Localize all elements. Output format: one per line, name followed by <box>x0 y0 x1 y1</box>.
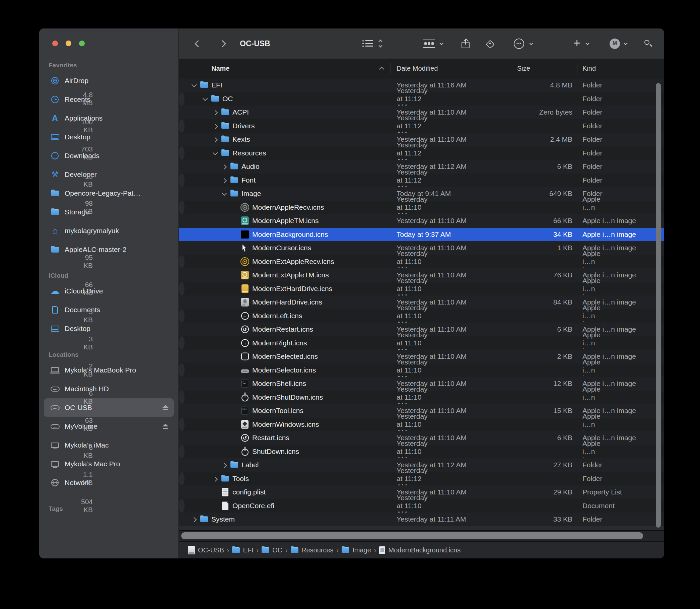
vertical-scrollbar-thumb[interactable] <box>656 83 661 527</box>
file-row-system[interactable]: SystemYesterday at 11:11 AM33 KBFolder <box>179 512 664 526</box>
sidebar-item-desktop[interactable]: Desktop <box>44 319 174 338</box>
column-header-size[interactable]: Size <box>517 59 530 78</box>
disclosure-expanded-icon[interactable] <box>192 81 196 89</box>
horizontal-scrollbar[interactable] <box>179 530 664 541</box>
more-actions-button[interactable] <box>514 29 524 58</box>
file-row-modernapplerecv-icns[interactable]: ModernAppleRecv.icnsYesterday at 11:10 A… <box>179 201 185 214</box>
file-icon-box <box>229 191 239 197</box>
file-row-modernright-icns[interactable]: ModernRight.icnsYesterday at 11:10 AM3 K… <box>179 336 185 350</box>
sidebar-item-network[interactable]: Network <box>44 473 174 492</box>
sort-ascending-icon <box>380 59 384 78</box>
file-row-modernselector-icns[interactable]: ModernSelector.icnsYesterday at 11:10 AM… <box>179 363 185 377</box>
disclosure-expanded-icon[interactable] <box>203 95 207 103</box>
breadcrumb-item-resources[interactable]: Resources <box>291 546 334 554</box>
column-headers: NameDate ModifiedSizeKind <box>179 59 664 79</box>
sidebar-item-myvolume[interactable]: MyVolume <box>44 417 174 436</box>
sidebar-item-opencore-legacy-pat[interactable]: Opencore-Legacy-Pat… <box>44 184 174 203</box>
file-row-modernshutdown-icns[interactable]: ModernShutDown.icnsYesterday at 11:10 AM… <box>179 390 185 404</box>
sidebar-item-recents[interactable]: Recents <box>44 90 174 109</box>
column-header-date-modified[interactable]: Date Modified <box>397 59 438 78</box>
share-button[interactable] <box>461 29 470 58</box>
sidebar-item-oc-usb[interactable]: OC-USB <box>44 398 174 417</box>
file-row-font[interactable]: FontYesterday at 11:12 AM15 KBFolder <box>179 174 185 187</box>
file-name: ModernRestart.icns <box>252 325 313 333</box>
horizontal-scrollbar-thumb[interactable] <box>181 532 643 539</box>
sidebar-section-gap <box>39 492 178 503</box>
file-row-resources[interactable]: ResourcesYesterday at 11:12 AM703 KBFold… <box>179 146 185 160</box>
column-header-name[interactable]: Name <box>211 59 229 78</box>
more-actions-chevron[interactable] <box>529 29 533 58</box>
sidebar-item-desktop[interactable]: Desktop <box>44 128 174 146</box>
breadcrumb-item-efi[interactable]: EFI <box>232 546 253 554</box>
file-row-modernbackground-icns[interactable]: ModernBackground.icnsToday at 9:37 AM34 … <box>179 228 664 242</box>
back-button[interactable] <box>196 29 200 58</box>
column-header-kind[interactable]: Kind <box>582 59 596 78</box>
account-chevron[interactable] <box>624 29 628 58</box>
group-by-button[interactable] <box>423 29 435 58</box>
sidebar-item-mykola-s-macbook-pro[interactable]: Mykola’s MacBook Pro <box>44 361 174 380</box>
file-row-modernleft-icns[interactable]: ModernLeft.icnsYesterday at 11:10 AM3 KB… <box>179 309 185 323</box>
file-row-shutdown-icns[interactable]: ShutDown.icnsYesterday at 11:10 AM6 KBAp… <box>179 445 185 458</box>
disclosure-collapsed-icon[interactable] <box>222 461 226 469</box>
disclosure-collapsed-icon[interactable] <box>213 475 217 483</box>
file-icon-box <box>240 447 250 456</box>
eject-button[interactable] <box>162 404 169 412</box>
minimize-button[interactable] <box>66 40 71 46</box>
file-kind: Apple i…n image <box>582 217 636 225</box>
disclosure-collapsed-icon[interactable] <box>192 515 196 523</box>
disclosure-collapsed-icon[interactable] <box>213 122 217 130</box>
breadcrumb-item-modernbackground-icns[interactable]: ModernBackground.icns <box>379 546 460 554</box>
sidebar-item-macintosh-hd[interactable]: Macintosh HD <box>44 380 174 398</box>
view-mode-chevrons[interactable] <box>378 29 383 58</box>
sidebar-item-applealc-master-2[interactable]: AppleALC-master-2 <box>44 240 174 259</box>
chevron-down-icon <box>585 41 590 46</box>
sidebar-icon-box <box>49 405 60 410</box>
close-button[interactable] <box>52 40 58 46</box>
disclosure-collapsed-icon[interactable] <box>222 162 226 171</box>
file-size: 6 KB <box>83 389 93 405</box>
breadcrumb-item-image[interactable]: Image <box>342 546 371 554</box>
column-separator <box>512 63 512 74</box>
file-row-modernextapplerecv-icns[interactable]: ModernExtAppleRecv.icnsYesterday at 11:1… <box>179 255 185 269</box>
sidebar-item-downloads[interactable]: Downloads <box>44 146 174 165</box>
file-icon-box <box>199 517 209 522</box>
sidebar-item-mykolagrymalyuk[interactable]: mykolagrymalyuk <box>44 222 174 240</box>
sidebar-item-mykola-s-mac-pro[interactable]: Mykola’s Mac Pro <box>44 455 174 473</box>
disclosure-expanded-icon[interactable] <box>222 190 226 198</box>
sidebar-item-documents[interactable]: Documents <box>44 300 174 319</box>
sidebar-item-developer[interactable]: Developer <box>44 165 174 184</box>
sidebar-item-airdrop[interactable]: AirDrop <box>44 71 174 90</box>
breadcrumb-chevron-icon: › <box>227 546 229 554</box>
file-row-oc[interactable]: OCYesterday at 11:12 AM4.8 MBFolder <box>179 92 185 106</box>
file-name: ModernTool.icns <box>252 407 303 415</box>
account-button[interactable]: M <box>610 29 620 58</box>
file-icon-box <box>240 230 250 239</box>
new-item-button[interactable] <box>573 29 580 58</box>
file-row-opencore-efi[interactable]: OpenCore.efiYesterday at 11:10 AM504 KBD… <box>179 499 185 513</box>
disclosure-collapsed-icon[interactable] <box>213 108 217 116</box>
file-row-modernextharddrive-icns[interactable]: ModernExtHardDrive.icnsYesterday at 11:1… <box>179 282 185 296</box>
view-mode-button[interactable] <box>362 29 373 58</box>
sidebar-item-mykola-s-imac[interactable]: Mykola’s iMac <box>44 436 174 455</box>
file-row-modernwindows-icns[interactable]: ModernWindows.icnsYesterday at 11:10 AM6… <box>179 418 185 432</box>
breadcrumb-item-oc[interactable]: OC <box>262 546 282 554</box>
disclosure-expanded-icon[interactable] <box>213 149 217 157</box>
search-button[interactable] <box>644 29 653 58</box>
eject-button[interactable] <box>162 422 169 431</box>
file-row-tools[interactable]: ToolsYesterday at 11:12 AM1.1 MBFolder <box>179 472 185 486</box>
disclosure-collapsed-icon[interactable] <box>222 176 226 184</box>
sidebar-item-icloud-drive[interactable]: iCloud Drive <box>44 282 174 300</box>
sidebar-item-applications[interactable]: Applications <box>44 109 174 128</box>
forward-button[interactable] <box>220 29 225 58</box>
clock-icon <box>51 96 58 103</box>
file-row-modernappletm-icns[interactable]: ModernAppleTM.icnsYesterday at 11:10 AM6… <box>179 214 664 228</box>
tags-button[interactable] <box>487 29 493 58</box>
file-row-drivers[interactable]: DriversYesterday at 11:12 AM100 KBFolder <box>179 119 185 133</box>
sidebar-item-storage[interactable]: Storage <box>44 203 174 222</box>
disclosure-collapsed-icon[interactable] <box>213 135 217 143</box>
new-item-chevron[interactable] <box>585 29 590 58</box>
group-by-chevron[interactable] <box>439 29 444 58</box>
breadcrumb-item-oc-usb[interactable]: OC-USB <box>188 546 224 554</box>
zoom-button[interactable] <box>79 40 85 46</box>
sidebar-item-label: Documents <box>65 306 100 314</box>
